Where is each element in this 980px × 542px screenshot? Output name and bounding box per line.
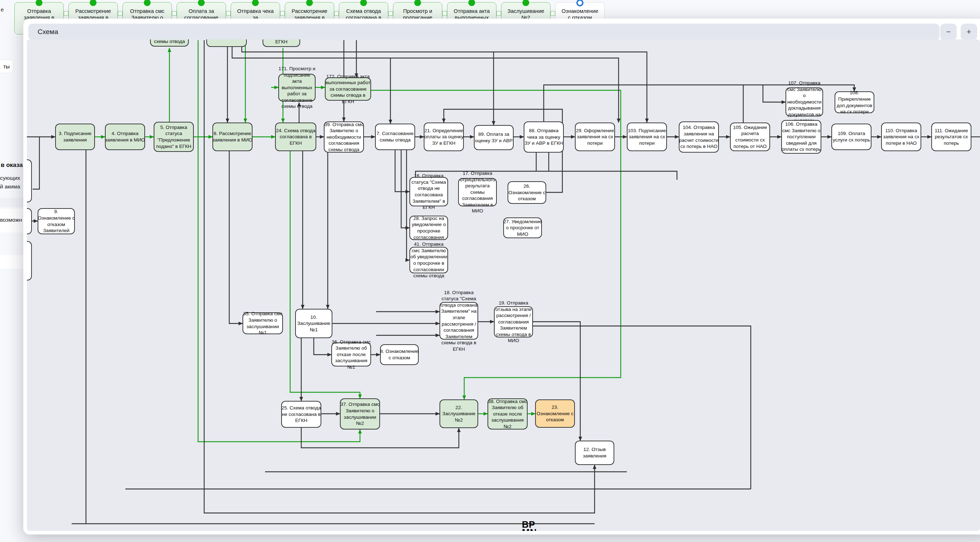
diagram-node-sliver-1[interactable]: схемы отвода	[150, 40, 189, 46]
diagram-node-label: 35. Отправка смс Заявителю о заслушивани…	[242, 311, 283, 336]
card-connector	[550, 11, 555, 16]
diagram-node-107[interactable]: 107. Отправка смс Заявителю о необходимо…	[786, 87, 823, 116]
status-dot-icon	[252, 0, 259, 6]
diagram-node-36[interactable]: 36. Отправка смс Заявителю об отказе пос…	[331, 342, 371, 366]
card-connector	[172, 11, 177, 16]
diagram-node-7[interactable]: 7. Согласование схемы отвода	[375, 124, 415, 150]
zoom-out-button[interactable]: −	[940, 24, 957, 40]
diagram-node-label: 27. Уведомление о просрочке от МИО	[503, 219, 542, 237]
diagram-node-38[interactable]: 38. Отправка смс Заявителю об отказе пос…	[487, 398, 528, 429]
diagram-node-sliver-2[interactable]	[206, 40, 247, 47]
diagram-node-10[interactable]: 10. Заслушивание №1	[295, 309, 332, 338]
diagram-node-39[interactable]: 39. Отправка смс Заявителю о необходимос…	[324, 121, 364, 153]
diagram-node-88[interactable]: 88. Отправка чека за оценку ЗУ и АВР в Е…	[524, 121, 564, 153]
diagram-node-171[interactable]: 171. Просмотр и подписание акта выполнен…	[278, 74, 315, 102]
diagram-node-18[interactable]: 18. Отправка статуса "Схема отвода отозв…	[439, 302, 478, 340]
diagram-node-label: 22. Заслушивание №2	[439, 404, 478, 423]
diagram-node-29[interactable]: 29. Оформление заявления на сх потери	[575, 122, 615, 151]
diagram-node-8[interactable]: 8. Ознакомление с отказом	[380, 344, 419, 365]
diagram-node-35[interactable]: 35. Отправка смс Заявителю о заслушивани…	[242, 312, 283, 334]
status-ring-icon	[576, 0, 584, 6]
diagram-node-label: 10. Заслушивание №1	[295, 314, 332, 333]
diagram-node-9[interactable]: 9. Ознакомление с отказом Заявителей	[38, 208, 75, 234]
zoom-in-button[interactable]: +	[961, 24, 977, 40]
diagram-node-label: 8. Ознакомление с отказом	[380, 348, 419, 361]
diagram-edge	[415, 171, 677, 180]
status-dot-icon	[36, 0, 43, 6]
status-dot-icon	[198, 0, 205, 6]
process-card-label: Отправка смс	[123, 8, 172, 14]
card-connector	[118, 11, 123, 16]
background-text-bold: в оказа	[1, 162, 22, 169]
diagram-node-41[interactable]: 41. Отправка смс Заявителю об уведомлени…	[409, 247, 448, 273]
diagram-node-21[interactable]: 21. Определение оплаты за оценку ЗУ в ЕГ…	[424, 122, 464, 151]
background-text-3: й акима	[0, 183, 20, 190]
diagram-node-label: 104. Отправка заявления на расчет стоимо…	[679, 124, 719, 149]
diagram-node-89[interactable]: 89. Оплата за оценку ЗУ и АВР	[474, 125, 514, 150]
card-connector	[496, 11, 501, 16]
diagram-node-label: 29. Оформление заявления на сх потери	[575, 127, 615, 146]
diagram-node-4[interactable]: 4. Отправка заявления в МИО	[105, 124, 145, 150]
diagram-node-3[interactable]: 3. Подписание заявления	[55, 124, 95, 150]
process-card-label: Рассмотрение	[69, 8, 118, 14]
card-connector	[334, 11, 339, 16]
diagram-node-label: 36. Отправка смс Заявителю об отказе пос…	[331, 339, 371, 370]
process-card-label: Отправка чека	[231, 8, 280, 14]
diagram-edge	[33, 137, 40, 189]
cut-card-letter: е	[1, 6, 3, 13]
diagram-node-109[interactable]: 109. Оплата услуги сх потерь	[831, 124, 872, 150]
diagram-node-17[interactable]: 17. Отправка отрицательного результата с…	[458, 178, 497, 206]
diagram-node-22[interactable]: 22. Заслушивание №2	[439, 399, 478, 428]
diagram-node-5[interactable]: 5. Отправка статуса "Предложение подано"…	[154, 122, 194, 152]
diagram-node-103[interactable]: 103. Подписание заявления на сх потери	[627, 122, 667, 151]
diagram-node-25[interactable]: 25. Схема отвода не согласована в ЕГКН	[281, 401, 321, 428]
diagram-node-26[interactable]: 26. Ознакомление с отказом	[508, 181, 546, 204]
schema-modal: Схема − + схемы отводаЕГКН171. Просмотр …	[23, 19, 980, 534]
diagram-node-6[interactable]: 6. Рассмотрение заявления в МИО	[212, 122, 253, 151]
diagram-node-label: 108. Прикрепление доп.документов на сх п…	[835, 89, 874, 114]
diagram-node-edge-tab-1[interactable]	[27, 159, 32, 202]
diagram-node-37[interactable]: 37. Отправка смс Заявителю о заслушивани…	[340, 398, 380, 429]
diagram-node-12[interactable]: 12. Отзыв заявления	[575, 440, 614, 465]
diagram-node-label: 88. Отправка чека за оценку ЗУ и АВР в Е…	[524, 127, 564, 146]
status-dot-icon	[523, 0, 530, 6]
diagram-node-edge-tab-3[interactable]	[27, 241, 32, 280]
background-text-4: возможн	[0, 217, 22, 223]
diagram-node-106[interactable]: 106. Отправка смс Заявителю о поступлени…	[781, 120, 821, 154]
status-dot-icon	[144, 0, 151, 6]
diagram-node-label	[206, 45, 247, 46]
diagram-node-label: 89. Оплата за оценку ЗУ и АВР	[474, 131, 514, 144]
diagram-node-label: 172. Отправка акта выполненных работ за …	[325, 73, 371, 105]
diagram-node-16[interactable]: 16. Отправка статуса "Схема отвода не со…	[409, 177, 448, 206]
diagram-node-172[interactable]: 172. Отправка акта выполненных работ за …	[325, 77, 371, 101]
diagram-node-label: 37. Отправка смс Заявителю о заслушивани…	[340, 401, 380, 426]
diagram-node-24[interactable]: 24. Схема отвода согласована в ЕГКН	[275, 122, 316, 151]
process-card-label: Заслушивание	[501, 8, 550, 14]
diagram-node-105[interactable]: 105. Ожидание расчета стоимости сх потер…	[730, 122, 770, 151]
diagram-node-label: 106. Отправка смс Заявителю о поступлени…	[781, 121, 821, 153]
diagram-node-19[interactable]: 19. Отправка отзыва на этапе рассмотрени…	[494, 306, 533, 337]
diagram-node-27[interactable]: 27. Уведомление о просрочке от МИО	[503, 218, 542, 238]
diagram-node-edge-tab-2[interactable]	[27, 208, 32, 234]
background-text-2: сующих	[0, 175, 20, 181]
diagram-node-111[interactable]: 111. Ожидание результатов сх потерь	[931, 122, 971, 151]
diagram-node-104[interactable]: 104. Отправка заявления на расчет стоимо…	[679, 121, 719, 153]
status-dot-icon	[414, 0, 421, 6]
diagram-node-sliver-egkn[interactable]: ЕГКН	[262, 40, 300, 47]
diagram-node-label: 28. Запрос на уведомление о просрочке со…	[409, 215, 448, 240]
diagram-node-label: 5. Отправка статуса "Предложение подано"…	[154, 124, 194, 149]
process-card-label: Ознакомление	[555, 8, 604, 14]
diagram-node-23[interactable]: 23. Ознакомление с отказом	[535, 399, 575, 428]
diagram-node-label: 171. Просмотр и подписание акта выполнен…	[278, 65, 315, 110]
diagram-node-110[interactable]: 110. Отправка заявления на сх потери в Н…	[881, 122, 921, 151]
diagram-node-label: 25. Схема отвода не согласована в ЕГКН	[281, 405, 321, 424]
diagram-edge	[401, 150, 409, 228]
diagram-node-108[interactable]: 108. Прикрепление доп.документов на сх п…	[835, 91, 874, 113]
diagram-edge	[395, 150, 409, 192]
diagram-canvas[interactable]: схемы отводаЕГКН171. Просмотр и подписан…	[27, 40, 980, 531]
process-card-label: Отправка акта	[447, 8, 496, 14]
status-dot-icon	[469, 0, 475, 6]
diagram-node-label: 38. Отправка смс Заявителю об отказе пос…	[487, 398, 528, 430]
diagram-node-28[interactable]: 28. Запрос на уведомление о просрочке со…	[409, 216, 448, 240]
diagram-node-label: ЕГКН	[262, 40, 300, 46]
